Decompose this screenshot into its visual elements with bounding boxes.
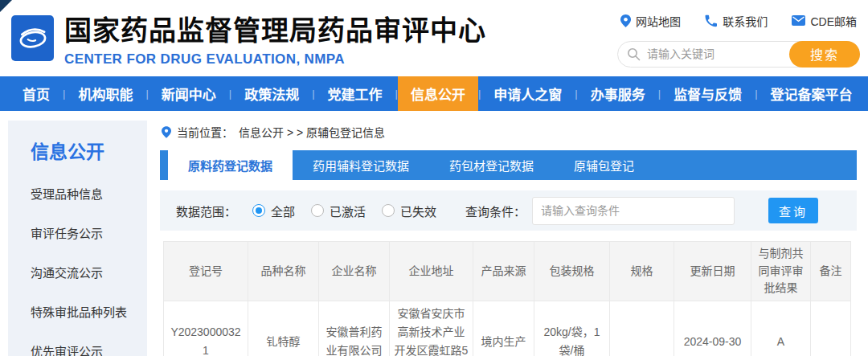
nav-item-supervision[interactable]: 监督与反馈: [661, 76, 755, 111]
content-area: 信息公开 受理品种信息 审评任务公示 沟通交流公示 特殊审批品种列表 优先审评公…: [0, 111, 868, 356]
query-label: 查询条件：: [465, 203, 526, 219]
site-title-en: CENTER FOR DRUG EVALUATION, NMPA: [64, 51, 486, 68]
tab-api-registration[interactable]: 原料药登记数据: [168, 150, 293, 180]
sidebar-item-priority-review[interactable]: 优先审评公示: [31, 342, 139, 356]
mail-icon: [792, 15, 805, 26]
location-pin-icon: [620, 14, 631, 27]
main-panel: 当前位置：信息公开 > > 原辅包登记信息 原料药登记数据 药用辅料登记数据 药…: [147, 111, 868, 356]
radio-inactive[interactable]: 已失效: [382, 203, 436, 219]
contact-link[interactable]: 联系我们: [705, 13, 768, 29]
quick-link-label: 网站地图: [636, 13, 681, 29]
header-search-button[interactable]: 搜索: [789, 41, 860, 68]
location-pin-icon: [162, 126, 171, 138]
nav-item-services[interactable]: 办事服务: [578, 76, 658, 111]
scope-label: 数据范围：: [176, 203, 236, 219]
radio-label: 已失效: [400, 203, 436, 219]
header-cell-spec: 规格: [610, 242, 674, 301]
cde-logo[interactable]: [11, 15, 54, 61]
query-button[interactable]: 查询: [768, 198, 818, 223]
radio-activated[interactable]: 已激活: [311, 203, 366, 219]
cell-packaging-spec: 20kg/袋，1袋/桶: [534, 301, 610, 356]
sidebar-item-special-approval[interactable]: 特殊审批品种列表: [31, 303, 139, 320]
mailbox-link[interactable]: CDE邮箱: [792, 13, 857, 29]
site-title-cn: 国家药品监督管理局药品审评中心: [64, 9, 486, 48]
tab-apief-registration[interactable]: 原辅包登记: [554, 150, 654, 180]
cell-variety-name: 钆特醇: [248, 301, 319, 356]
filter-bar: 数据范围： 全部 已激活 已失效 查询条件： 查询: [160, 190, 857, 231]
header-cell-variety-name: 品种名称: [248, 242, 319, 301]
cell-product-source: 境内生产: [473, 301, 534, 356]
sidebar-item-communication[interactable]: 沟通交流公示: [31, 264, 139, 280]
breadcrumb-path[interactable]: 信息公开 > > 原辅包登记信息: [239, 124, 385, 140]
nav-item-news[interactable]: 新闻中心: [149, 76, 229, 111]
radio-circle-icon: [382, 204, 395, 217]
radio-label: 已激活: [330, 203, 366, 219]
radio-circle-icon: [252, 204, 265, 217]
nav-item-party[interactable]: 党建工作: [315, 76, 395, 111]
header-right: 网站地图 联系我们 CDE邮箱: [617, 10, 860, 68]
cell-update-date: 2024-09-30: [674, 301, 751, 356]
sitemap-link[interactable]: 网站地图: [620, 13, 681, 29]
breadcrumb-label: 当前位置：: [177, 124, 233, 140]
radio-all[interactable]: 全部: [252, 203, 295, 219]
radio-label: 全部: [271, 203, 295, 219]
query-condition-input[interactable]: [532, 197, 735, 225]
search-icon: [627, 47, 641, 64]
nav-item-registration-platform[interactable]: 登记备案平台: [758, 76, 866, 111]
table-header-row: 登记号 品种名称 企业名称 企业地址 产品来源 包装规格 规格 更新日期 与制剂…: [164, 242, 851, 301]
header-cell-company-address: 企业地址: [390, 242, 473, 301]
quick-link-label: CDE邮箱: [810, 13, 857, 29]
header-cell-packaging-spec: 包装规格: [534, 242, 610, 301]
quick-link-label: 联系我们: [723, 13, 768, 29]
header-cell-product-source: 产品来源: [473, 242, 534, 301]
quick-links: 网站地图 联系我们 CDE邮箱: [617, 13, 860, 29]
dataset-tabs: 原料药登记数据 药用辅料登记数据 药包材登记数据 原辅包登记: [160, 150, 857, 180]
nav-item-info-disclosure[interactable]: 信息公开: [398, 76, 478, 111]
cell-spec: [610, 301, 674, 356]
nav-item-home[interactable]: 首页: [10, 76, 63, 111]
phone-icon: [705, 14, 718, 27]
tab-excipient-registration[interactable]: 药用辅料登记数据: [293, 150, 429, 180]
corner-fold: [0, 0, 12, 12]
page: 国家药品监督管理局药品审评中心 CENTER FOR DRUG EVALUATI…: [0, 0, 868, 356]
table-row: Y20230000321 钆特醇 安徽普利药业有限公司 安徽省安庆市高新技术产业…: [164, 301, 851, 356]
sidebar-item-accepted-varieties[interactable]: 受理品种信息: [31, 185, 139, 202]
registration-table: 登记号 品种名称 企业名称 企业地址 产品来源 包装规格 规格 更新日期 与制剂…: [163, 241, 851, 356]
main-nav: 首页 | 机构职能 | 新闻中心 | 政策法规 | 党建工作 | 信息公开 | …: [0, 76, 868, 111]
radio-circle-icon: [311, 204, 324, 217]
site-titles: 国家药品监督管理局药品审评中心 CENTER FOR DRUG EVALUATI…: [64, 9, 486, 68]
cde-logo-icon: [16, 20, 50, 57]
cell-company-name: 安徽普利药业有限公司: [319, 301, 390, 356]
header-cell-company-name: 企业名称: [319, 242, 390, 301]
header-cell-remarks: 备注: [811, 242, 851, 301]
cell-remarks: [811, 301, 851, 356]
header-cell-update-date: 更新日期: [674, 242, 751, 301]
nav-item-applicant[interactable]: 申请人之窗: [481, 76, 575, 111]
sidebar: 信息公开 受理品种信息 审评任务公示 沟通交流公示 特殊审批品种列表 优先审评公…: [8, 121, 147, 356]
header-cell-reg-no: 登记号: [164, 242, 248, 301]
nav-item-policy[interactable]: 政策法规: [231, 76, 312, 111]
header-cell-joint-review-result: 与制剂共同审评审批结果: [751, 242, 811, 301]
sidebar-item-review-tasks[interactable]: 审评任务公示: [31, 224, 139, 241]
nav-item-org[interactable]: 机构职能: [65, 76, 145, 111]
cell-joint-review-result: A: [751, 301, 811, 356]
site-header: 国家药品监督管理局药品审评中心 CENTER FOR DRUG EVALUATI…: [0, 0, 868, 76]
breadcrumb: 当前位置：信息公开 > > 原辅包登记信息: [162, 124, 857, 140]
cell-company-address: 安徽省安庆市高新技术产业开发区霞虹路58号: [390, 301, 473, 356]
cell-reg-no: Y20230000321: [164, 301, 248, 356]
sidebar-title: 信息公开: [31, 137, 139, 164]
tab-packaging-registration[interactable]: 药包材登记数据: [429, 150, 554, 180]
header-search: 搜索: [617, 41, 860, 68]
